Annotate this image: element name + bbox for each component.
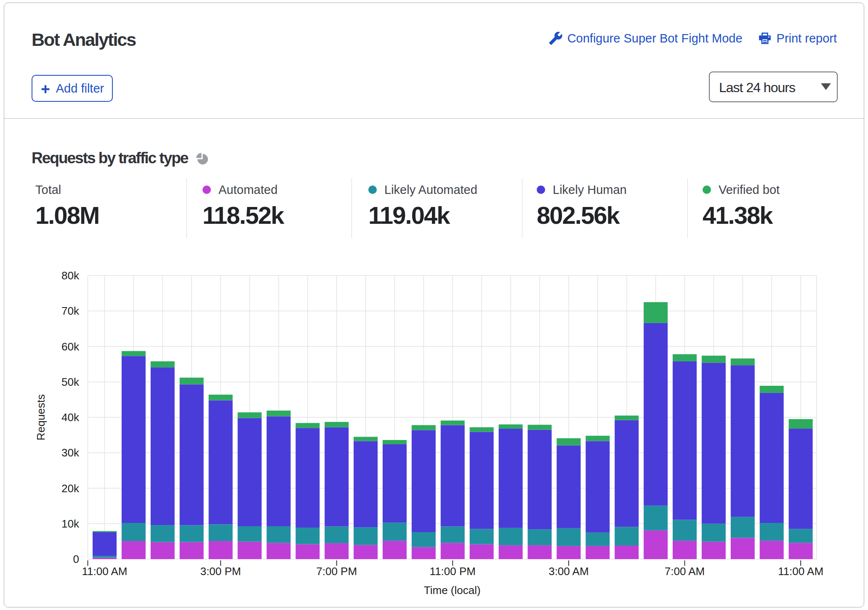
bar-segment-likely-automated [296, 528, 320, 544]
x-tick-label: 3:00 AM [548, 565, 588, 578]
bar-segment-likely-automated [122, 523, 146, 541]
bar-segment-likely-human [586, 441, 610, 532]
bar-segment-likely-automated [180, 525, 204, 542]
bar-segment-automated [151, 542, 175, 559]
y-tick-label: 20k [61, 482, 80, 495]
bar-segment-likely-automated [731, 517, 755, 538]
y-tick-label: 80k [61, 269, 80, 282]
bar-segment-automated [354, 545, 378, 559]
bar-segment-automated [238, 542, 262, 559]
bar-segment-likely-automated [586, 533, 610, 546]
bar-segment-automated [760, 541, 784, 559]
bar-segment-likely-automated [499, 528, 523, 545]
bar-segment-likely-human [441, 425, 465, 527]
bar-segment-likely-automated [354, 527, 378, 545]
bar-segment-verified-bot [470, 427, 494, 432]
bar-segment-likely-automated [470, 529, 494, 544]
bot-analytics-page: Bot Analytics Configure Super Bot Fight … [0, 0, 868, 610]
bar-segment-likely-automated [412, 532, 436, 547]
bar-segment-verified-bot [586, 436, 610, 441]
bar-segment-verified-bot [789, 419, 813, 429]
requests-by-traffic-type-chart[interactable]: 010k20k30k40k50k60k70k80k11:00 AM3:00 PM… [0, 0, 868, 610]
x-tick-label: 7:00 PM [316, 565, 357, 578]
y-tick-label: 70k [61, 305, 80, 317]
x-tick-label: 7:00 AM [665, 565, 705, 578]
bar-segment-likely-automated [644, 506, 668, 530]
bar-segment-likely-human [556, 446, 580, 528]
bar-segment-likely-human [528, 430, 552, 529]
bar-segment-likely-automated [760, 523, 784, 541]
x-tick-label: 11:00 AM [778, 565, 823, 578]
bar-segment-likely-automated [383, 522, 407, 541]
x-tick-label: 11:00 AM [82, 565, 128, 578]
bar-segment-automated [93, 558, 117, 559]
bar-segment-automated [266, 543, 290, 559]
bar-segment-verified-bot [499, 424, 523, 429]
bar-segment-likely-human [122, 356, 146, 523]
bar-segment-automated [499, 545, 523, 559]
bar-segment-likely-human [238, 418, 262, 526]
bar-segment-likely-automated [238, 526, 262, 542]
bar-segment-likely-automated [673, 520, 697, 541]
bar-segment-likely-human [412, 430, 436, 532]
bar-segment-verified-bot [441, 421, 465, 425]
bar-segment-automated [673, 541, 697, 559]
bar-segment-verified-bot [412, 425, 436, 430]
bar-segment-automated [644, 530, 668, 559]
bar-segment-automated [209, 541, 233, 559]
bar-segment-verified-bot [180, 378, 204, 385]
y-tick-label: 10k [61, 517, 80, 530]
bar-segment-verified-bot [296, 423, 320, 428]
bar-segment-likely-automated [615, 527, 639, 546]
bar-segment-automated [731, 538, 755, 559]
bar-segment-verified-bot [325, 422, 349, 427]
bar-segment-verified-bot [760, 386, 784, 393]
bar-segment-likely-human [731, 365, 755, 517]
bar-segment-likely-human [702, 363, 726, 523]
bar-segment-automated [383, 541, 407, 559]
bar-segment-likely-human [180, 385, 204, 525]
bar-segment-likely-human [789, 429, 813, 529]
bar-segment-likely-automated [528, 529, 552, 545]
bar-segment-likely-human [93, 532, 117, 556]
bar-segment-automated [122, 541, 146, 559]
bar-segment-likely-automated [789, 529, 813, 543]
bar-segment-verified-bot [266, 411, 290, 416]
bar-segment-likely-automated [93, 556, 117, 558]
bar-segment-likely-human [151, 367, 175, 525]
y-tick-label: 0 [73, 553, 79, 565]
bar-segment-automated [470, 544, 494, 559]
bar-segment-likely-automated [325, 526, 349, 543]
x-tick-label: 3:00 PM [200, 565, 241, 578]
bar-segment-verified-bot [615, 416, 639, 420]
bar-segment-likely-automated [441, 526, 465, 543]
bar-segment-likely-automated [209, 524, 233, 541]
bar-segment-likely-automated [702, 524, 726, 542]
bar-segment-verified-bot [354, 437, 378, 441]
bar-segment-automated [702, 542, 726, 559]
x-axis-title: Time (local) [424, 584, 481, 597]
bar-segment-automated [789, 543, 813, 559]
y-tick-label: 30k [61, 446, 80, 459]
bar-segment-automated [441, 543, 465, 559]
bar-segment-likely-human [209, 400, 233, 525]
bar-segment-likely-human [470, 432, 494, 529]
bar-segment-verified-bot [122, 351, 146, 356]
bar-segment-automated [528, 545, 552, 559]
bar-segment-verified-bot [238, 412, 262, 418]
bar-segment-likely-human [354, 441, 378, 527]
bar-segment-automated [615, 546, 639, 559]
bar-segment-verified-bot [702, 355, 726, 363]
bar-segment-likely-human [383, 444, 407, 522]
bar-segment-likely-human [673, 361, 697, 520]
x-tick-label: 11:00 PM [430, 565, 476, 578]
bar-segment-likely-human [760, 393, 784, 523]
bar-segment-automated [412, 547, 436, 559]
bar-segment-likely-automated [556, 528, 580, 546]
bar-segment-automated [296, 544, 320, 559]
bar-segment-automated [556, 546, 580, 559]
bar-segment-verified-bot [731, 358, 755, 365]
bar-segment-likely-human [325, 427, 349, 527]
bar-segment-likely-automated [266, 526, 290, 543]
bar-segment-verified-bot [673, 354, 697, 361]
